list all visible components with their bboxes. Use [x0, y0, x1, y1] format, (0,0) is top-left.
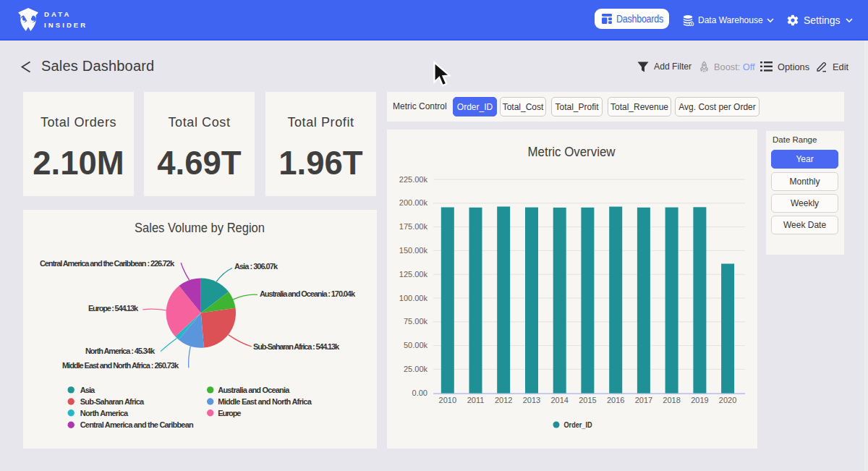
svg-text:Order_ID: Order_ID [564, 420, 592, 429]
svg-text:Central America and the Caribb: Central America and the Caribbean [80, 420, 194, 429]
svg-text:2010: 2010 [439, 396, 456, 404]
svg-text:125.00k: 125.00k [399, 270, 428, 279]
svg-text:150.00k: 150.00k [399, 246, 428, 255]
svg-text:Sales Volume by Region: Sales Volume by Region [135, 221, 265, 235]
svg-text:Australia and Oceania: Australia and Oceania [218, 386, 290, 394]
svg-text:Middle East and North Africa: Middle East and North Africa [218, 397, 312, 406]
svg-text:2013: 2013 [523, 396, 540, 404]
svg-text:2016: 2016 [607, 396, 624, 404]
svg-text:North America : 45.34k: North America : 45.34k [85, 347, 156, 355]
svg-text:2018: 2018 [663, 396, 680, 404]
svg-text:2015: 2015 [579, 396, 596, 404]
svg-text:Sub-Saharan Africa : 544.13k: Sub-Saharan Africa : 544.13k [253, 342, 340, 351]
svg-text:Australia and Oceania : 170.04: Australia and Oceania : 170.04k [260, 289, 356, 298]
svg-text:2011: 2011 [467, 396, 485, 404]
svg-text:Europe: Europe [218, 409, 241, 417]
svg-text:Asia : 306.07k: Asia : 306.07k [234, 262, 278, 271]
svg-text:2020: 2020 [719, 396, 736, 404]
svg-text:Europe : 544.13k: Europe : 544.13k [88, 304, 139, 313]
svg-text:0.00: 0.00 [412, 389, 427, 397]
svg-text:200.00k: 200.00k [399, 198, 428, 207]
svg-text:2019: 2019 [691, 396, 708, 404]
svg-text:Asia: Asia [80, 386, 95, 394]
svg-text:Middle East and North Africa :: Middle East and North Africa : 260.73k [62, 361, 179, 370]
svg-text:North America: North America [80, 409, 129, 417]
svg-text:2017: 2017 [635, 396, 652, 404]
svg-text:Metric Overview: Metric Overview [528, 145, 616, 159]
svg-text:2014: 2014 [550, 396, 568, 404]
svg-text:25.00k: 25.00k [404, 365, 428, 373]
svg-text:100.00k: 100.00k [399, 294, 428, 302]
svg-text:75.00k: 75.00k [404, 317, 428, 326]
svg-text:50.00k: 50.00k [404, 341, 428, 349]
svg-text:175.00k: 175.00k [399, 222, 428, 231]
svg-text:Central America and the Caribb: Central America and the Caribbean : 226.… [40, 259, 175, 268]
svg-text:2012: 2012 [495, 396, 512, 404]
svg-text:225.00k: 225.00k [399, 175, 428, 184]
svg-text:Sub-Saharan Africa: Sub-Saharan Africa [80, 397, 145, 406]
